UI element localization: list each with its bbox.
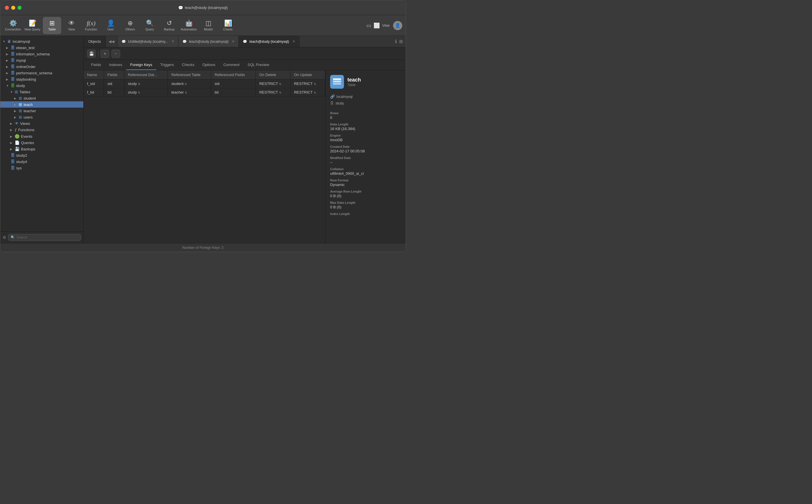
sidebar-item-label: study2 xyxy=(16,153,81,158)
expand-arrow: ▶ xyxy=(6,78,10,81)
sidebar-item-tables[interactable]: ▼ ⊞ Tables xyxy=(0,89,83,95)
col-header-on-update[interactable]: On Update xyxy=(291,70,325,80)
toolbar-connection[interactable]: ⚙️ Connection xyxy=(4,17,22,34)
tab-fields[interactable]: Fields xyxy=(87,60,105,70)
tab-teach-study[interactable]: 💬 teach@study (localmysql) ✕ xyxy=(178,36,239,47)
avg-row-length-label: Average Row Length xyxy=(330,190,401,193)
table-row[interactable]: f_sid sid study ⇅ student ⇅ sid RESTRICT… xyxy=(84,80,325,88)
sidebar-item-queries[interactable]: ▶ 📄 Queries xyxy=(0,139,83,146)
settings-icon[interactable]: ⚙ xyxy=(3,235,6,240)
query-icon: 🔍 xyxy=(146,20,154,26)
sidebar-item-events[interactable]: ▶ 🟢 Events xyxy=(0,133,83,139)
close-button[interactable] xyxy=(5,6,9,10)
info-db-path: 🔗 localmysql xyxy=(326,93,406,100)
toolbar-charts[interactable]: 📊 Charts xyxy=(219,17,237,34)
col-header-ref-fields[interactable]: Referenced Fields xyxy=(211,70,256,80)
panel-icon-left[interactable]: ▭ xyxy=(366,22,371,29)
toolbar-model[interactable]: ◫ Model xyxy=(199,17,218,34)
sidebar-item-label: Tables xyxy=(20,90,81,94)
foreign-keys-table[interactable]: Name Fields Referenced Dat... Referenced… xyxy=(84,70,325,243)
sidebar-item-study4[interactable]: 🗄 study4 xyxy=(0,158,83,165)
sidebar-item-label: users xyxy=(24,115,81,119)
sidebar-item-label: study4 xyxy=(16,160,81,164)
tab-comment[interactable]: Comment xyxy=(219,60,244,70)
sidebar-item-users[interactable]: ▶ ⊞ users xyxy=(0,114,83,120)
col-header-on-delete[interactable]: On Delete xyxy=(256,70,291,80)
grid-button[interactable]: ⊞ xyxy=(399,39,403,44)
tab-options[interactable]: Options xyxy=(198,60,219,70)
svg-rect-0 xyxy=(333,78,341,80)
search-input[interactable] xyxy=(16,235,78,239)
col-header-ref-table[interactable]: Referenced Table xyxy=(168,70,211,80)
sidebar-item-staybooking[interactable]: ▶ 🗄 staybooking xyxy=(0,76,83,82)
view-toggle[interactable]: ▭ ⬜ View xyxy=(366,22,390,29)
tab-triggers[interactable]: Triggers xyxy=(156,60,178,70)
user-label: User xyxy=(107,28,114,31)
toolbar-new-query[interactable]: 📝 New Query xyxy=(23,17,42,34)
toolbar-query[interactable]: 🔍 Query xyxy=(140,17,159,34)
tab-sql-preview[interactable]: SQL Preview xyxy=(244,60,273,70)
minimize-button[interactable] xyxy=(11,6,15,10)
sidebar-item-student[interactable]: ▶ ⊞ student xyxy=(0,95,83,101)
cell-name: f_sid xyxy=(84,80,104,88)
sidebar-item-teach[interactable]: ▶ ⊞ teach xyxy=(0,101,83,108)
tab-objects[interactable]: Objects xyxy=(84,36,106,47)
delete-button[interactable]: － xyxy=(111,50,120,58)
sidebar-item-teacher[interactable]: ▶ ⊞ teacher xyxy=(0,108,83,114)
tab-indexes[interactable]: Indexes xyxy=(105,60,126,70)
tab-close-button[interactable]: ✕ xyxy=(232,40,235,43)
maximize-button[interactable] xyxy=(18,6,22,10)
cell-fields: sid xyxy=(104,80,124,88)
toolbar-right: ▭ ⬜ View 👤 xyxy=(366,21,402,30)
table-row[interactable]: f_tid tid study ⇅ teacher ⇅ tid RESTRICT… xyxy=(84,88,325,97)
cell-on-delete: RESTRICT ⇅ xyxy=(256,88,291,97)
sidebar-item-performance_schema[interactable]: ▶ 🗄 performance_schema xyxy=(0,70,83,76)
expand-arrow: ▶ xyxy=(10,141,14,144)
tab-db-icon: 💬 xyxy=(121,40,126,44)
info-button[interactable]: ℹ xyxy=(395,39,397,44)
queries-icon: 📄 xyxy=(15,140,20,145)
sidebar-item-views[interactable]: ▶ 👁 Views xyxy=(0,120,83,127)
sidebar-item-localmysql[interactable]: ▼ 🖥 localmysql xyxy=(0,38,83,44)
sidebar-item-study[interactable]: ▼ 🗄 study xyxy=(0,82,83,89)
tab-untitled[interactable]: 💬 Untitled@study (localmy... ✕ xyxy=(117,36,178,47)
tables-icon: ⊞ xyxy=(15,90,18,94)
info-data-length: Data Length 16 KB (16,384) xyxy=(326,121,406,132)
rows-value: 0 xyxy=(330,115,401,120)
tab-foreign-keys[interactable]: Foreign Keys xyxy=(126,60,156,70)
cell-ref-fields: sid xyxy=(211,80,256,88)
tab-collapse-button[interactable]: ◀◀ xyxy=(106,36,117,47)
sidebar-item-ebean_test[interactable]: ▶ 🗄 ebean_test xyxy=(0,44,83,51)
toolbar-user[interactable]: 👤 User xyxy=(101,17,120,34)
sidebar: ▼ 🖥 localmysql ▶ 🗄 ebean_test ▶ 🗄 inform… xyxy=(0,36,84,243)
tab-teach-study2[interactable]: 💬 teach@study (localmysql) ✕ xyxy=(239,36,299,47)
sidebar-item-onlineOrder[interactable]: ▶ 🗄 onlineOrder xyxy=(0,63,83,70)
search-box[interactable]: 🔍 xyxy=(8,234,81,241)
panel-icon-right[interactable]: ⬜ xyxy=(374,22,380,29)
toolbar-others[interactable]: ⊕ Others xyxy=(121,17,139,34)
sidebar-item-study2[interactable]: 🗄 study2 xyxy=(0,152,83,158)
toolbar-view[interactable]: 👁 View xyxy=(62,17,81,34)
col-header-fields[interactable]: Fields xyxy=(104,70,124,80)
connection-label: Connection xyxy=(5,28,21,31)
db-icon: 🗄 xyxy=(11,71,15,75)
sidebar-item-backups[interactable]: ▶ 💾 Backups xyxy=(0,146,83,152)
toolbar-automation[interactable]: 🤖 Automation xyxy=(179,17,198,34)
toolbar-table[interactable]: ⊞ Table xyxy=(43,17,61,34)
sidebar-item-functions[interactable]: ▶ ƒ Functions xyxy=(0,127,83,133)
sidebar-item-information_schema[interactable]: ▶ 🗄 information_schema xyxy=(0,51,83,57)
col-header-name[interactable]: Name xyxy=(84,70,104,80)
save-button[interactable]: 💾 xyxy=(87,50,96,58)
col-header-ref-db[interactable]: Referenced Dat... xyxy=(124,70,168,80)
add-button[interactable]: ＋ xyxy=(100,50,109,58)
table-icon: ⊞ xyxy=(49,20,55,26)
toolbar-function[interactable]: f(x) Function xyxy=(82,17,100,34)
expand-arrow: ▶ xyxy=(6,71,10,75)
avatar[interactable]: 👤 xyxy=(393,21,402,30)
toolbar-backup[interactable]: ↺ Backup xyxy=(160,17,178,34)
tab-close-button[interactable]: ✕ xyxy=(293,40,295,43)
tab-close-button[interactable]: ✕ xyxy=(171,40,174,43)
sidebar-item-sys[interactable]: 🗄 sys xyxy=(0,165,83,171)
sidebar-item-mysql[interactable]: ▶ 🗄 mysql xyxy=(0,57,83,63)
tab-checks[interactable]: Checks xyxy=(178,60,198,70)
